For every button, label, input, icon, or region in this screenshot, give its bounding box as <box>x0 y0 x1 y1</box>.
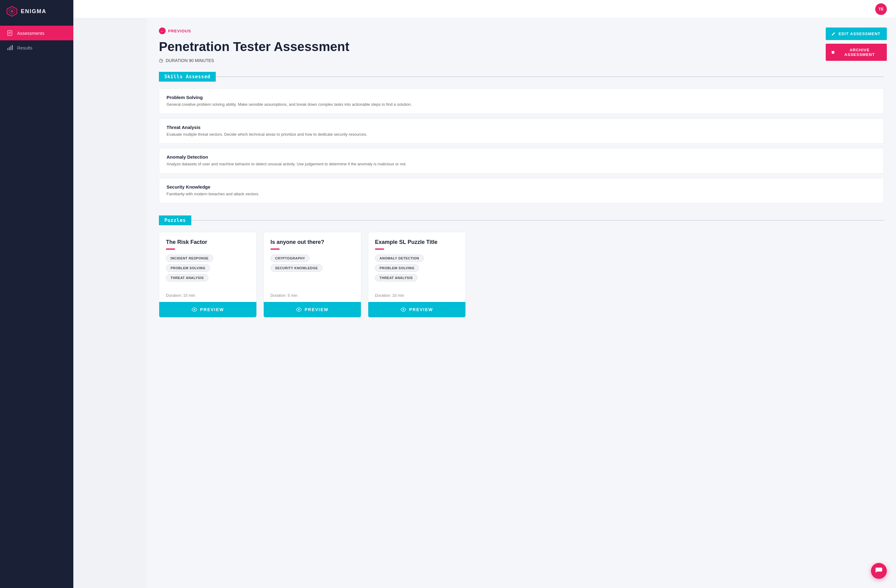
svg-rect-10 <box>12 45 13 50</box>
archive-assessment-button[interactable]: ARCHIVE ASSESSMENT <box>826 44 887 61</box>
chat-icon <box>875 567 883 575</box>
skills-list: Problem Solving General creative problem… <box>159 88 884 203</box>
svg-point-13 <box>298 309 299 311</box>
puzzles-grid: The Risk Factor INCIDENT RESPONSEPROBLEM… <box>159 232 884 318</box>
back-link[interactable]: ← PREVIOUS <box>159 27 884 34</box>
preview-button[interactable]: PREVIEW <box>368 302 465 317</box>
puzzle-tag: CRYPTOGRAPHY <box>270 254 309 262</box>
skills-section-label: Skills Assessed <box>159 72 216 82</box>
preview-label: PREVIEW <box>409 307 433 312</box>
logo-icon <box>6 6 18 17</box>
skill-title: Security Knowledge <box>166 184 876 189</box>
puzzle-tag: INCIDENT RESPONSE <box>166 254 213 262</box>
puzzle-title: Is anyone out there? <box>270 239 354 245</box>
puzzle-card-body: The Risk Factor INCIDENT RESPONSEPROBLEM… <box>159 232 256 290</box>
assessments-label: Assessments <box>17 30 44 36</box>
puzzle-tag: SECURITY KNOWLEDGE <box>270 264 322 272</box>
preview-button[interactable]: PREVIEW <box>159 302 256 317</box>
skill-title: Anomaly Detection <box>166 154 876 160</box>
sidebar: ENIGMA Assessments Results <box>0 0 73 588</box>
app-name: ENIGMA <box>21 8 46 15</box>
puzzle-title: The Risk Factor <box>166 239 250 245</box>
svg-rect-7 <box>7 48 8 50</box>
skill-card: Anomaly Detection Analyze datasets of us… <box>159 148 884 174</box>
svg-rect-11 <box>832 51 834 52</box>
eye-icon <box>296 307 302 312</box>
edit-assessment-button[interactable]: EDIT ASSESSMENT <box>826 27 887 40</box>
archive-icon <box>831 50 835 55</box>
puzzles-heading: Puzzles <box>159 215 884 225</box>
puzzle-tag: THREAT ANALYSIS <box>375 274 418 282</box>
svg-point-2 <box>11 10 13 12</box>
skill-description: Evaluate multiple threat vectors. Decide… <box>166 131 876 137</box>
puzzle-tag: THREAT ANALYSIS <box>166 274 209 282</box>
back-arrow-icon: ← <box>159 27 166 34</box>
puzzle-tags: INCIDENT RESPONSEPROBLEM SOLVINGTHREAT A… <box>166 254 250 282</box>
main-content: EDIT ASSESSMENT ARCHIVE ASSESSMENT ← PRE… <box>147 18 896 588</box>
assessments-icon <box>7 30 13 36</box>
skills-section-line <box>216 76 884 77</box>
skill-card: Problem Solving General creative problem… <box>159 88 884 114</box>
puzzle-underline <box>166 248 175 250</box>
puzzle-card-body: Is anyone out there? CRYPTOGRAPHYSECURIT… <box>264 232 361 290</box>
skill-card: Security Knowledge Familiarity with mode… <box>159 178 884 204</box>
puzzle-card: Example SL Puzzle Title ANOMALY DETECTIO… <box>368 232 466 318</box>
puzzle-card-body: Example SL Puzzle Title ANOMALY DETECTIO… <box>368 232 465 290</box>
preview-label: PREVIEW <box>305 307 329 312</box>
puzzle-card: The Risk Factor INCIDENT RESPONSEPROBLEM… <box>159 232 257 318</box>
sidebar-item-assessments[interactable]: Assessments <box>0 26 73 40</box>
preview-button[interactable]: PREVIEW <box>264 302 361 317</box>
puzzle-underline <box>375 248 384 250</box>
chat-button[interactable] <box>871 563 887 579</box>
puzzle-tag: ANOMALY DETECTION <box>375 254 424 262</box>
topbar: TE <box>73 0 896 18</box>
results-icon <box>7 45 13 51</box>
skill-description: Familiarity with modern breaches and att… <box>166 191 876 197</box>
skill-title: Threat Analysis <box>166 125 876 130</box>
puzzle-title: Example SL Puzzle Title <box>375 239 459 245</box>
clock-icon: ◷ <box>159 58 163 63</box>
skills-section: Skills Assessed Problem Solving General … <box>159 72 884 203</box>
edit-icon <box>831 32 835 36</box>
puzzle-duration: Duration: 10 min <box>368 290 465 302</box>
page-title: Penetration Tester Assessment <box>159 40 884 54</box>
puzzle-duration: Duration: 15 min <box>159 290 256 302</box>
skill-card: Threat Analysis Evaluate multiple threat… <box>159 118 884 144</box>
puzzle-duration: Duration: 5 min <box>264 290 361 302</box>
puzzles-section-label: Puzzles <box>159 215 191 225</box>
puzzle-tag: PROBLEM SOLVING <box>375 264 419 272</box>
eye-icon <box>192 307 197 312</box>
avatar[interactable]: TE <box>875 3 887 15</box>
sidebar-nav: Assessments Results <box>0 26 73 55</box>
eye-icon <box>401 307 406 312</box>
skill-description: Analyze datasets of user and machine beh… <box>166 161 876 167</box>
puzzle-underline <box>270 248 280 250</box>
sidebar-item-results[interactable]: Results <box>0 40 73 55</box>
puzzle-tags: ANOMALY DETECTIONPROBLEM SOLVINGTHREAT A… <box>375 254 459 282</box>
skill-description: General creative problem solving ability… <box>166 102 876 108</box>
puzzles-section-line <box>191 220 884 221</box>
svg-rect-8 <box>9 47 10 50</box>
actions-panel: EDIT ASSESSMENT ARCHIVE ASSESSMENT <box>826 27 887 61</box>
puzzle-tags: CRYPTOGRAPHYSECURITY KNOWLEDGE <box>270 254 354 272</box>
results-label: Results <box>17 45 32 50</box>
duration-row: ◷ DURATION 90 MINUTES <box>159 58 884 63</box>
skill-title: Problem Solving <box>166 95 876 100</box>
app-logo: ENIGMA <box>0 0 73 23</box>
puzzles-section: Puzzles The Risk Factor INCIDENT RESPONS… <box>159 215 884 318</box>
preview-label: PREVIEW <box>200 307 224 312</box>
puzzle-tag: PROBLEM SOLVING <box>166 264 210 272</box>
puzzle-card: Is anyone out there? CRYPTOGRAPHYSECURIT… <box>264 232 361 318</box>
duration-label: DURATION 90 MINUTES <box>166 58 214 63</box>
svg-point-14 <box>402 309 404 311</box>
svg-point-12 <box>194 309 195 311</box>
skills-heading: Skills Assessed <box>159 72 884 82</box>
svg-rect-9 <box>11 46 11 50</box>
